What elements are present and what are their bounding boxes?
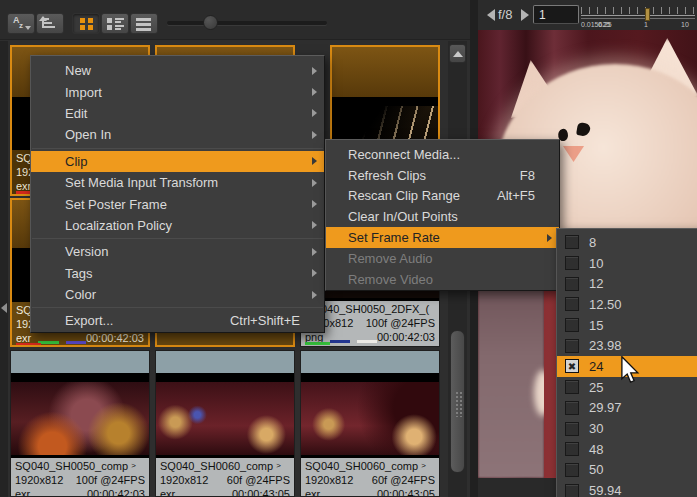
scrollbar-thumb[interactable] bbox=[450, 330, 465, 473]
tile-header bbox=[11, 351, 149, 373]
framerate-option-29-97[interactable]: 29.97 bbox=[557, 398, 697, 419]
clip-thumbnail[interactable] bbox=[301, 373, 439, 458]
clip-format-line: 1920x812100f @24FPS bbox=[15, 473, 145, 487]
framerate-label: 50 bbox=[589, 462, 603, 477]
menu-item-tags[interactable]: Tags bbox=[31, 263, 324, 284]
clip-tile[interactable]: SQ040_SH0050_comp>1920x812100f @24FPSexr… bbox=[10, 350, 150, 497]
framerate-option-12[interactable]: 12 bbox=[557, 273, 697, 294]
menu-item-open-in[interactable]: Open In bbox=[31, 124, 324, 145]
clip-name: SQ040_SH0060_comp bbox=[305, 459, 418, 473]
name-truncated-icon: > bbox=[421, 459, 426, 473]
menu-item-set-media-input-transform[interactable]: Set Media Input Transform bbox=[31, 172, 324, 193]
clip-resolution: 1920x812 bbox=[305, 473, 353, 487]
gain-slider-ruler[interactable]: 0.0156250.25110 bbox=[581, 0, 695, 30]
checkbox-icon[interactable] bbox=[565, 339, 579, 353]
checkbox-checked-icon[interactable]: ✖ bbox=[565, 359, 579, 373]
gain-value-input[interactable] bbox=[533, 5, 579, 24]
menu-item-version[interactable]: Version bbox=[31, 241, 324, 262]
sort-ascending-icon bbox=[42, 17, 44, 28]
scroll-up-button[interactable] bbox=[449, 44, 466, 63]
submenu-arrow-icon bbox=[312, 67, 317, 75]
clip-thumbnail[interactable] bbox=[11, 373, 149, 458]
slider-knob[interactable] bbox=[203, 15, 218, 30]
details-view-button[interactable] bbox=[101, 13, 129, 34]
framerate-option-50[interactable]: 50 bbox=[557, 460, 697, 481]
gain-next-arrow[interactable] bbox=[521, 9, 529, 21]
checkbox-icon[interactable] bbox=[565, 442, 579, 456]
menu-item-remove-audio: Remove Audio bbox=[326, 248, 559, 269]
menu-item-edit[interactable]: Edit bbox=[31, 103, 324, 124]
menu-item-label: Clear In/Out Points bbox=[348, 209, 458, 224]
checkbox-icon[interactable] bbox=[565, 318, 579, 332]
menu-item-label: Rescan Clip Range bbox=[348, 188, 460, 203]
framerate-option-59-94[interactable]: 59.94 bbox=[557, 480, 697, 497]
submenu-arrow-icon bbox=[312, 200, 317, 208]
grid-view-button[interactable] bbox=[72, 13, 100, 34]
clip-thumbnail[interactable] bbox=[156, 373, 294, 458]
menu-item-reconnect-media[interactable]: Reconnect Media... bbox=[326, 144, 559, 165]
menu-item-rescan-clip-range[interactable]: Rescan Clip RangeAlt+F5 bbox=[326, 186, 559, 207]
clip-file-format: exr bbox=[15, 487, 30, 497]
menu-item-clear-in-out-points[interactable]: Clear In/Out Points bbox=[326, 206, 559, 227]
menu-item-set-frame-rate[interactable]: Set Frame Rate bbox=[326, 227, 559, 248]
framerate-option-30[interactable]: 30 bbox=[557, 418, 697, 439]
menu-item-label: Remove Audio bbox=[348, 251, 433, 266]
clip-duration: 60f @24FPS bbox=[227, 473, 290, 487]
gain-slider-handle[interactable] bbox=[645, 8, 650, 21]
checkbox-icon[interactable] bbox=[565, 277, 579, 291]
menu-item-color[interactable]: Color bbox=[31, 284, 324, 305]
menu-item-clip[interactable]: Clip bbox=[31, 151, 324, 172]
sort-direction-button[interactable] bbox=[36, 13, 64, 34]
checkbox-icon[interactable] bbox=[565, 422, 579, 436]
clip-name-line: SQ040_SH0060_comp> bbox=[305, 459, 435, 473]
menu-item-label: Set Media Input Transform bbox=[65, 175, 218, 190]
track-bar-green bbox=[38, 341, 58, 344]
menu-item-refresh-clips[interactable]: Refresh ClipsF8 bbox=[326, 165, 559, 186]
thumbnail-picture bbox=[11, 382, 149, 455]
menu-item-set-poster-frame[interactable]: Set Poster Frame bbox=[31, 193, 324, 214]
track-bar-white bbox=[357, 340, 377, 343]
framerate-option-10[interactable]: 10 bbox=[557, 253, 697, 274]
sort-az-button[interactable]: A z bbox=[7, 13, 35, 34]
clip-tile[interactable]: SQ040_SH0060_comp>1920x81260f @24FPSexr0… bbox=[300, 350, 440, 497]
framerate-option-23-98[interactable]: 23.98 bbox=[557, 335, 697, 356]
clip-name-line: SQ040_SH0060_comp> bbox=[160, 459, 290, 473]
list-view-button[interactable] bbox=[130, 13, 158, 34]
checkbox-icon[interactable] bbox=[565, 256, 579, 270]
framerate-label: 25 bbox=[589, 380, 603, 395]
menu-item-label: Edit bbox=[65, 106, 87, 121]
thumbnail-size-slider[interactable] bbox=[167, 21, 327, 25]
menu-item-label: Import bbox=[65, 85, 102, 100]
clip-tile[interactable]: SQ040_SH0060_comp>1920x81260f @24FPSexr0… bbox=[155, 350, 295, 497]
menu-item-localization-policy[interactable]: Localization Policy bbox=[31, 215, 324, 236]
tile-header bbox=[156, 351, 294, 373]
gain-label: f/8 bbox=[498, 7, 512, 22]
menu-item-export[interactable]: Export...Ctrl+Shift+E bbox=[31, 310, 324, 331]
clip-duration: 60f @24FPS bbox=[372, 473, 435, 487]
submenu-arrow-icon bbox=[312, 157, 317, 165]
menu-separator bbox=[32, 307, 323, 308]
menu-item-new[interactable]: New bbox=[31, 60, 324, 81]
menu-item-label: Set Poster Frame bbox=[65, 197, 167, 212]
framerate-option-48[interactable]: 48 bbox=[557, 439, 697, 460]
clip-timecode: 00:00:42:03 bbox=[87, 487, 145, 497]
ruler-label: 0.25 bbox=[598, 21, 612, 28]
framerate-option-15[interactable]: 15 bbox=[557, 315, 697, 336]
checkbox-icon[interactable] bbox=[565, 463, 579, 477]
name-truncated-icon: > bbox=[131, 459, 136, 473]
checkbox-icon[interactable] bbox=[565, 235, 579, 249]
menu-item-import[interactable]: Import bbox=[31, 81, 324, 102]
checkbox-icon[interactable] bbox=[565, 380, 579, 394]
checkbox-icon[interactable] bbox=[565, 401, 579, 415]
clip-resolution: 1920x812 bbox=[160, 473, 208, 487]
checkbox-icon[interactable] bbox=[565, 484, 579, 497]
checkbox-icon[interactable] bbox=[565, 297, 579, 311]
framerate-option-8[interactable]: 8 bbox=[557, 232, 697, 253]
collapse-left-icon[interactable] bbox=[1, 303, 7, 313]
menu-item-shortcut: Alt+F5 bbox=[471, 188, 535, 203]
track-bar-purple bbox=[66, 341, 86, 344]
gain-previous-arrow[interactable] bbox=[487, 9, 495, 21]
panel-edge-strip bbox=[0, 41, 8, 497]
framerate-option-12-50[interactable]: 12.50 bbox=[557, 294, 697, 315]
submenu-arrow-icon bbox=[312, 179, 317, 187]
